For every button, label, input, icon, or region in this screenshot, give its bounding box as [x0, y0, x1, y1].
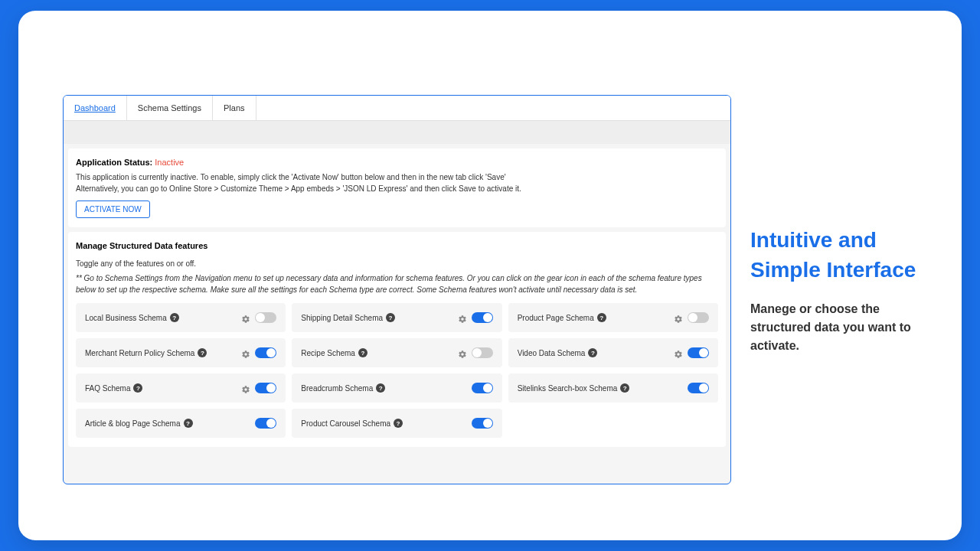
schema-item: Recipe Schema? [292, 338, 501, 367]
schema-item: Product Page Schema? [508, 303, 718, 332]
schema-label: Recipe Schema [301, 349, 355, 357]
schema-controls [255, 418, 276, 429]
tab-plans[interactable]: Plans [213, 96, 256, 120]
help-icon[interactable]: ? [184, 419, 193, 428]
schema-toggle[interactable] [255, 383, 276, 393]
schema-label-group: Sitelinks Search-box Schema? [518, 383, 630, 393]
schema-toggle[interactable] [688, 312, 709, 323]
help-icon[interactable]: ? [588, 348, 597, 357]
schema-toggle[interactable] [255, 312, 276, 323]
features-note: ** Go to Schema Settings from the Naviga… [76, 272, 718, 295]
toggle-knob [483, 419, 492, 428]
schema-label-group: Recipe Schema? [301, 348, 368, 357]
help-icon[interactable]: ? [133, 383, 142, 393]
promo-subtitle: Manege or choose the structured data you… [750, 300, 931, 355]
help-icon[interactable]: ? [170, 313, 179, 322]
schema-label: Shipping Detail Schema [301, 314, 383, 322]
schema-label-group: Video Data Schema? [518, 348, 598, 357]
gear-icon[interactable] [241, 383, 250, 393]
toggle-knob [483, 313, 492, 322]
schema-label: Sitelinks Search-box Schema [518, 384, 618, 393]
toggle-knob [256, 313, 265, 322]
schema-item: Video Data Schema? [508, 338, 718, 367]
outer-card: DashboardSchema SettingsPlans Applicatio… [18, 11, 962, 540]
schema-toggle[interactable] [472, 383, 493, 393]
app-frame: DashboardSchema SettingsPlans Applicatio… [63, 95, 731, 484]
toggle-knob [688, 313, 697, 322]
schema-label: Merchant Return Policy Schema [85, 349, 194, 357]
schema-toggle[interactable] [255, 347, 276, 358]
help-icon[interactable]: ? [198, 348, 207, 357]
gear-icon[interactable] [241, 348, 250, 357]
tab-schema-settings[interactable]: Schema Settings [127, 96, 213, 120]
schema-label-group: Article & blog Page Schema? [85, 419, 193, 428]
schema-toggle[interactable] [688, 383, 709, 393]
schema-controls [674, 312, 709, 323]
schema-label-group: Product Page Schema? [518, 313, 606, 322]
features-subtitle: Toggle any of the features on or off. [76, 259, 718, 268]
gear-icon[interactable] [241, 313, 250, 322]
gear-icon[interactable] [674, 313, 683, 322]
toggle-knob [266, 348, 276, 357]
schema-controls [241, 312, 276, 323]
schema-label: Article & blog Page Schema [85, 419, 181, 428]
tab-dashboard[interactable]: Dashboard [64, 96, 127, 120]
schema-item: Merchant Return Policy Schema? [76, 338, 286, 367]
help-icon[interactable]: ? [358, 348, 368, 357]
toggle-knob [699, 383, 708, 393]
help-icon[interactable]: ? [376, 383, 385, 393]
schema-toggle[interactable] [472, 418, 493, 429]
schema-label: FAQ Schema [85, 384, 130, 393]
toggle-knob [699, 348, 708, 357]
help-icon[interactable]: ? [620, 383, 629, 393]
schema-controls [458, 347, 493, 358]
header-spacer [64, 121, 730, 144]
status-label: Application Status: [76, 158, 152, 167]
schema-grid: Local Business Schema?Shipping Detail Sc… [76, 303, 718, 438]
schema-label: Product Page Schema [518, 314, 594, 322]
schema-toggle[interactable] [688, 347, 709, 358]
promo-panel: Intuitive and Simple Interface Manege or… [750, 225, 931, 355]
schema-label-group: Shipping Detail Schema? [301, 313, 395, 322]
help-icon[interactable]: ? [597, 313, 606, 322]
schema-controls [241, 383, 276, 393]
schema-controls [458, 312, 493, 323]
toggle-knob [472, 348, 482, 357]
status-line-1: This application is currently inactive. … [76, 171, 718, 183]
schema-label-group: Product Carousel Schema? [301, 419, 403, 428]
gear-icon[interactable] [458, 313, 467, 322]
schema-toggle[interactable] [472, 312, 493, 323]
schema-label: Local Business Schema [85, 314, 167, 322]
features-title: Manage Structured Data features [76, 241, 718, 250]
schema-label: Video Data Schema [518, 349, 586, 357]
schema-label-group: Merchant Return Policy Schema? [85, 348, 207, 357]
schema-controls [241, 347, 276, 358]
help-icon[interactable]: ? [386, 313, 395, 322]
help-icon[interactable]: ? [394, 419, 403, 428]
toggle-knob [266, 383, 276, 393]
features-card: Manage Structured Data features Toggle a… [68, 232, 726, 447]
schema-item: Local Business Schema? [76, 303, 286, 332]
tab-bar: DashboardSchema SettingsPlans [64, 96, 730, 121]
schema-item: Breadcrumb Schema? [292, 373, 501, 403]
schema-controls [674, 347, 709, 358]
schema-item: Product Carousel Schema? [292, 409, 501, 438]
toggle-knob [266, 419, 276, 428]
application-status-title: Application Status: Inactive [76, 158, 718, 167]
schema-item: Sitelinks Search-box Schema? [508, 373, 718, 403]
schema-label-group: Local Business Schema? [85, 313, 179, 322]
status-line-2: Alternatively, you can go to Online Stor… [76, 183, 718, 194]
schema-label-group: FAQ Schema? [85, 383, 142, 393]
schema-label: Product Carousel Schema [301, 419, 390, 428]
schema-toggle[interactable] [255, 418, 276, 429]
gear-icon[interactable] [458, 348, 467, 357]
schema-item: Shipping Detail Schema? [292, 303, 501, 332]
activate-now-button[interactable]: ACTIVATE NOW [76, 201, 150, 218]
toggle-knob [483, 383, 492, 393]
promo-title: Intuitive and Simple Interface [750, 225, 931, 285]
schema-label-group: Breadcrumb Schema? [301, 383, 385, 393]
schema-toggle[interactable] [472, 347, 493, 358]
status-text: This application is currently inactive. … [76, 171, 718, 194]
gear-icon[interactable] [674, 348, 683, 357]
schema-item: Article & blog Page Schema? [76, 409, 286, 438]
